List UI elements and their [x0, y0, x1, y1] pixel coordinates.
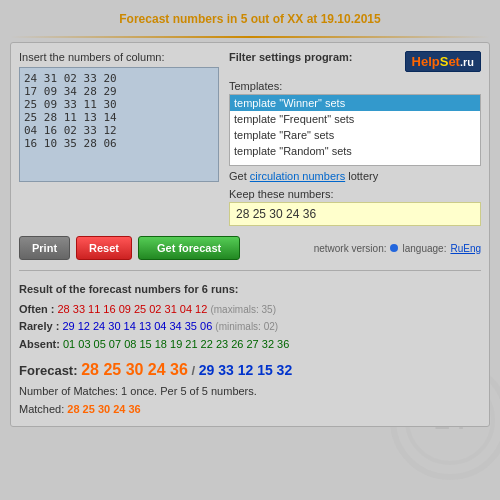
rarely-minimal: (minimals: 02): [215, 321, 278, 332]
absent-numbers: 01 03 05 07 08 15 18 19 21 22 23 26 27 3…: [63, 338, 289, 350]
helpset-logo-ru: .ru: [460, 56, 474, 68]
circulation-prefix: Get: [229, 170, 250, 182]
forecast-orange: 28 25 30 24 36: [81, 361, 188, 378]
network-label: network version:: [314, 243, 387, 254]
templates-label: Templates:: [229, 80, 481, 92]
results-section: Result of the forecast numbers for 6 run…: [19, 281, 481, 418]
matches-label: Number of Matches:: [19, 385, 121, 397]
filter-settings-label: Filter settings program:: [229, 51, 352, 63]
often-maximal: (maximals: 35): [210, 304, 276, 315]
often-numbers: 28 33 11 16 09 25 02 31 04 12: [58, 303, 208, 315]
buttons-row: Print Reset Get forecast network version…: [19, 236, 481, 260]
keep-numbers-label: Keep these numbers:: [229, 188, 481, 200]
right-panel: Filter settings program: HelpSet .ru Tem…: [229, 51, 481, 226]
content-panel: Insert the numbers of column: 24 31 02 3…: [10, 42, 490, 427]
matches-row: Number of Matches: 1 once. Per 5 of 5 nu…: [19, 383, 481, 401]
top-row: Insert the numbers of column: 24 31 02 3…: [19, 51, 481, 226]
numbers-input[interactable]: 24 31 02 33 20 17 09 34 28 29 25 09 33 1…: [19, 67, 219, 182]
matches-value: 1 once. Per 5 of 5 numbers.: [121, 385, 257, 397]
header-divider: [10, 36, 490, 38]
reset-button[interactable]: Reset: [76, 236, 132, 260]
forecast-blue: 29 33 12 15 32: [199, 362, 292, 378]
circulation-row: Get circulation numbers lottery: [229, 170, 481, 182]
helpset-logo-text: HelpSet: [412, 54, 460, 69]
print-button[interactable]: Print: [19, 236, 70, 260]
template-frequent[interactable]: template "Frequent" sets: [230, 111, 480, 127]
rarely-numbers: 29 12 24 30 14 13 04 34 35 06: [62, 320, 212, 332]
forecast-row: Forecast: 28 25 30 24 36 / 29 33 12 15 3…: [19, 357, 481, 383]
often-label: Often :: [19, 303, 58, 315]
template-random[interactable]: template "Random" sets: [230, 143, 480, 159]
helpset-logo[interactable]: HelpSet .ru: [405, 51, 481, 72]
template-rare[interactable]: template "Rare" sets: [230, 127, 480, 143]
left-panel: Insert the numbers of column: 24 31 02 3…: [19, 51, 219, 226]
absent-row: Absent: 01 03 05 07 08 15 18 19 21 22 23…: [19, 336, 481, 354]
matched-value: 28 25 30 24 36: [67, 403, 140, 415]
network-dot: [390, 244, 398, 252]
network-lang-info: network version: language: RuEng: [314, 243, 481, 254]
forecast-slash: /: [188, 363, 199, 378]
templates-list: template "Winner" sets template "Frequen…: [229, 94, 481, 166]
get-forecast-button[interactable]: Get forecast: [138, 236, 240, 260]
circulation-link[interactable]: circulation numbers: [250, 170, 345, 182]
template-winner[interactable]: template "Winner" sets: [230, 95, 480, 111]
forecast-label: Forecast:: [19, 363, 81, 378]
rarely-row: Rarely : 29 12 24 30 14 13 04 34 35 06 (…: [19, 318, 481, 336]
rarely-label: Rarely :: [19, 320, 62, 332]
absent-label: Absent:: [19, 338, 63, 350]
matched-label: Matched:: [19, 403, 67, 415]
results-title: Result of the forecast numbers for 6 run…: [19, 281, 481, 299]
insert-numbers-label: Insert the numbers of column:: [19, 51, 219, 63]
page-title: Forecast numbers in 5 out of XX at 19.10…: [10, 12, 490, 26]
language-link[interactable]: RuEng: [450, 243, 481, 254]
matched-row: Matched: 28 25 30 24 36: [19, 401, 481, 419]
circulation-suffix: lottery: [345, 170, 378, 182]
often-row: Often : 28 33 11 16 09 25 02 31 04 12 (m…: [19, 301, 481, 319]
header: Forecast numbers in 5 out of XX at 19.10…: [10, 8, 490, 32]
language-label: language:: [402, 243, 446, 254]
divider: [19, 270, 481, 271]
keep-numbers-box: 28 25 30 24 36: [229, 202, 481, 226]
